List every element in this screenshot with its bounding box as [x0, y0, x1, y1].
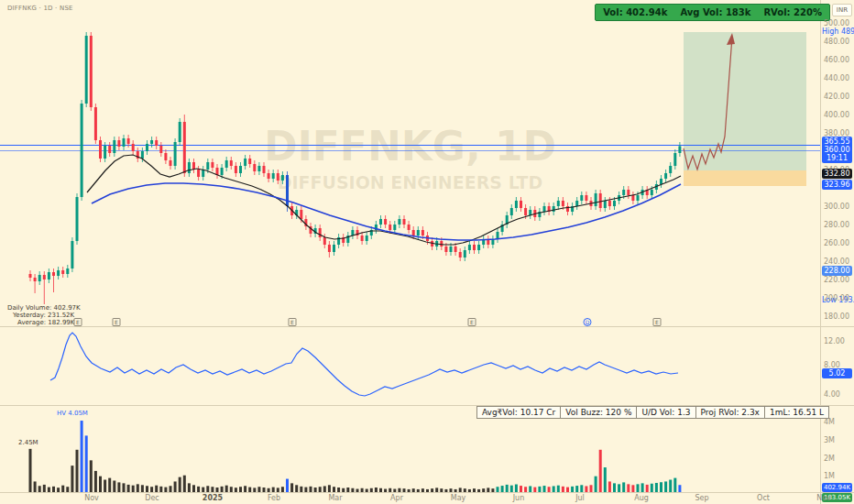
volume-bar [571, 487, 574, 492]
price-axis-tick: 500.00 [824, 19, 849, 27]
time-axis-label: Jun [513, 494, 525, 502]
volume-bar [328, 485, 331, 492]
volume-bar [641, 483, 644, 492]
candle-body [510, 208, 513, 215]
volume-bar [277, 488, 279, 492]
chart-canvas[interactable] [0, 0, 854, 504]
candle-body [328, 245, 331, 252]
time-axis-label: Sep [695, 494, 708, 502]
volume-bar [604, 467, 607, 492]
volume-bar [473, 488, 476, 492]
candle-body [473, 245, 476, 250]
volume-bar [408, 489, 411, 492]
candle-body [113, 140, 115, 153]
price-axis-tick: 240.00 [824, 257, 849, 266]
volume-bar [333, 487, 335, 492]
last-price-badge[interactable]: 365.55 360.00 19:11 [822, 137, 852, 163]
candle-body [637, 195, 640, 201]
candle-body [477, 245, 480, 250]
volume-bar [524, 487, 527, 492]
candle-body [90, 36, 93, 107]
volume-bar [253, 488, 256, 492]
earnings-marker[interactable]: E [113, 318, 121, 326]
candle-body [450, 247, 453, 252]
volume-bar [230, 487, 233, 492]
volume-bar [170, 486, 172, 492]
candle-body [206, 162, 209, 170]
bar-countdown: 19:11 [822, 154, 852, 162]
candle-body [104, 146, 106, 159]
volume-bar [206, 486, 209, 492]
candle-body [272, 173, 275, 179]
candle-body [221, 168, 224, 175]
stats-bar-cell: Avg₹Vol: 10.17 Cr [476, 406, 561, 419]
earnings-marker[interactable]: E [289, 318, 297, 326]
candle-body [141, 151, 144, 159]
dividend-marker[interactable]: D [584, 318, 592, 326]
candle-body [34, 278, 37, 281]
avg-vol-stat: Avg Vol: 183k [680, 7, 750, 17]
volume-bar [613, 483, 616, 492]
volume-bar [412, 488, 415, 492]
candle-body [459, 252, 462, 257]
volume-bar [678, 485, 681, 492]
volume-bar [127, 485, 130, 492]
candle-body [319, 228, 322, 237]
volume-bar [618, 484, 620, 492]
volume-stats-badge: Vol: 402.94k Avg Vol: 183k RVol: 220% [595, 4, 830, 21]
candle-body [669, 166, 672, 173]
candle-body [29, 274, 32, 278]
candle-body [333, 245, 335, 252]
candle-body [664, 173, 667, 179]
candle-body [127, 138, 130, 144]
time-axis-label: Apr [390, 494, 403, 502]
volume-bar [52, 487, 55, 492]
candle-body [239, 166, 242, 173]
stats-bar-cell: U/D Vol: 1.3 [636, 406, 695, 419]
candle-body [263, 166, 266, 173]
time-axis-label: Mar [328, 494, 342, 502]
candle-body [244, 159, 246, 166]
candle-body [575, 201, 578, 206]
symbol-legend[interactable]: DIFFNKG · 1D · NSE [7, 5, 73, 12]
candle-body [384, 219, 387, 225]
candle-body [48, 272, 50, 279]
volume-annotation: 2.45M [18, 439, 38, 446]
volume-bar [631, 485, 634, 492]
price-axis-tick: 440.00 [824, 74, 849, 82]
candle-body [520, 201, 522, 208]
volume-bar [515, 485, 518, 492]
earnings-marker[interactable]: E [468, 318, 476, 326]
earnings-marker[interactable]: E [653, 318, 662, 326]
candle-body [159, 146, 162, 153]
candle-body [85, 36, 88, 104]
volume-bar [159, 487, 162, 492]
stats-bar-cell: Vol Buzz: 120 % [560, 406, 637, 419]
currency-toggle[interactable]: INR [832, 4, 852, 16]
volume-bar [393, 489, 396, 492]
volume-bar [487, 488, 489, 492]
volume-bar [557, 486, 560, 492]
volume-bar [440, 488, 443, 492]
earnings-marker[interactable]: E [74, 318, 82, 326]
volume-bar [244, 486, 246, 492]
volume-bar [48, 488, 50, 492]
candle-body [164, 153, 167, 160]
volume-bar [188, 483, 191, 492]
volume-bar [216, 488, 219, 492]
volume-bar [444, 489, 447, 492]
price-level-value: 360.00 [822, 146, 852, 154]
volume-bar [562, 487, 564, 492]
volume-bar [202, 488, 204, 492]
volume-bar [94, 471, 97, 492]
candle-body [389, 225, 391, 230]
volume-bar [459, 488, 462, 492]
volume-axis-tick: 2M [824, 455, 835, 463]
volume-bar [673, 478, 676, 492]
volume-bar [300, 487, 302, 492]
candle-body [179, 122, 181, 142]
candle-body [99, 140, 102, 159]
volume-bar [575, 486, 578, 492]
candle-body [562, 201, 564, 206]
candle-body [108, 146, 111, 153]
